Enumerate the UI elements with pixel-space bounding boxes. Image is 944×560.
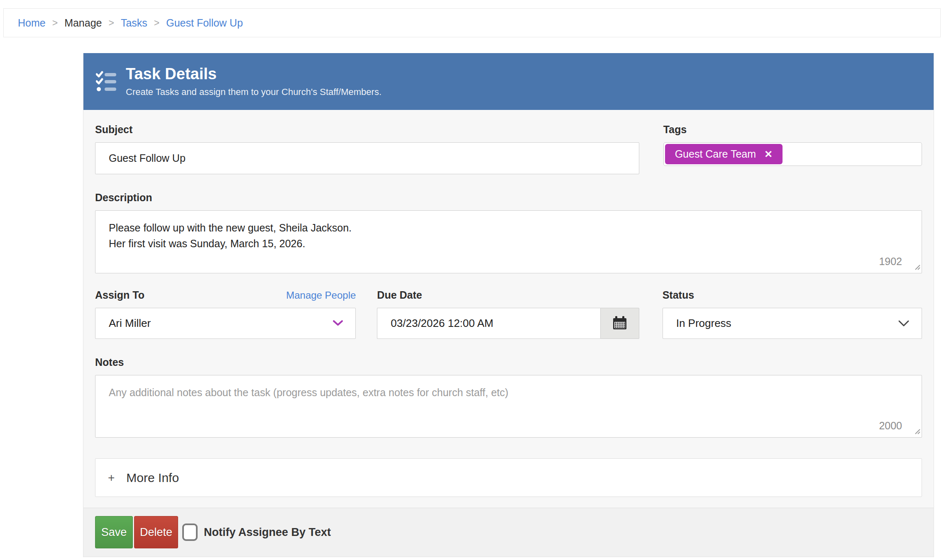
notes-label: Notes (95, 356, 922, 368)
tag-remove-icon[interactable]: ✕ (764, 149, 773, 159)
plus-icon: + (108, 471, 115, 485)
card-footer: Save Delete Notify Assignee By Text (83, 508, 934, 557)
page-title: Task Details (126, 66, 382, 83)
delete-button[interactable]: Delete (134, 516, 178, 548)
notify-label: Notify Assignee By Text (204, 526, 331, 539)
calendar-button[interactable] (600, 308, 639, 339)
tag-guest-care-team: Guest Care Team ✕ (665, 144, 783, 164)
notify-checkbox[interactable] (182, 523, 198, 541)
tags-label: Tags (663, 124, 922, 136)
breadcrumb-item-manage: Manage (64, 17, 102, 29)
card-header: Task Details Create Tasks and assign the… (83, 53, 934, 110)
subject-label: Subject (95, 124, 639, 136)
assign-to-select[interactable]: Ari Miller (95, 308, 356, 339)
chevron-down-icon (898, 320, 909, 327)
breadcrumb-link-home[interactable]: Home (18, 17, 46, 29)
page-subtitle: Create Tasks and assign them to your Chu… (126, 87, 382, 97)
description-label: Description (95, 192, 922, 204)
breadcrumb-separator: > (154, 17, 159, 29)
subject-input[interactable] (95, 142, 639, 174)
tag-label: Guest Care Team (675, 148, 756, 160)
manage-people-link[interactable]: Manage People (286, 290, 356, 301)
breadcrumb-link-tasks[interactable]: Tasks (121, 17, 147, 29)
status-label: Status (663, 289, 922, 301)
assign-to-label: Assign To (95, 289, 144, 301)
resize-grip-icon[interactable] (913, 427, 921, 436)
notes-textarea[interactable] (95, 375, 922, 438)
chevron-down-icon (333, 320, 343, 326)
tags-input[interactable]: Guest Care Team ✕ (663, 142, 922, 166)
due-date-input[interactable] (377, 308, 600, 339)
description-textarea[interactable]: Please follow up with the new guest, She… (95, 210, 922, 273)
calendar-icon (612, 315, 627, 331)
status-value: In Progress (676, 317, 731, 330)
breadcrumb-separator: > (52, 17, 58, 29)
task-details-card: Task Details Create Tasks and assign the… (83, 53, 934, 557)
breadcrumb-separator: > (108, 17, 114, 29)
task-list-icon (96, 71, 117, 93)
save-button[interactable]: Save (95, 516, 133, 548)
more-info-label: More Info (126, 471, 179, 485)
assign-to-value: Ari Miller (109, 317, 151, 330)
status-select[interactable]: In Progress (663, 308, 922, 339)
breadcrumb-link-guest-follow-up[interactable]: Guest Follow Up (166, 17, 243, 29)
due-date-label: Due Date (377, 289, 639, 301)
more-info-toggle[interactable]: + More Info (95, 458, 922, 497)
resize-grip-icon[interactable] (913, 263, 921, 272)
card-body: Subject Tags Guest Care Team ✕ Descripti… (83, 110, 934, 508)
breadcrumb: Home > Manage > Tasks > Guest Follow Up (3, 8, 941, 37)
